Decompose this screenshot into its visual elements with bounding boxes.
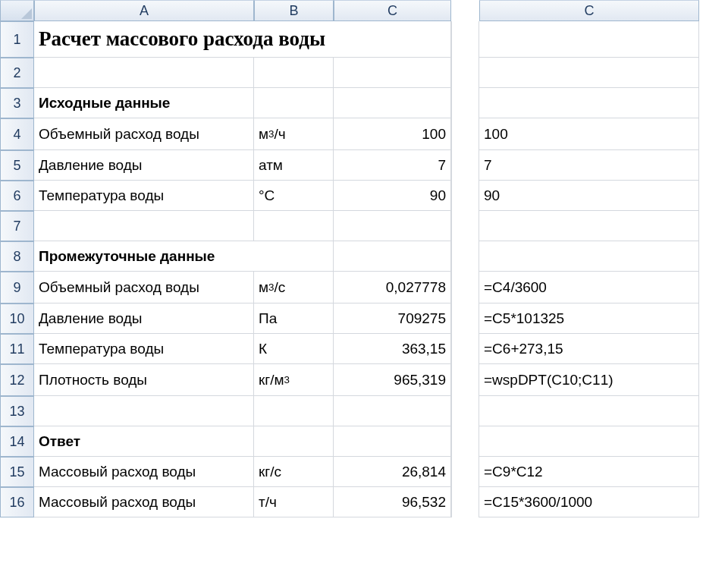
cell-c2-5[interactable]: 7 [479, 150, 699, 181]
col-header-c[interactable]: C [334, 0, 451, 21]
row-header-13[interactable]: 13 [0, 396, 34, 426]
row-header-14[interactable]: 14 [0, 426, 34, 457]
cell-c2-16[interactable]: =C15*3600/1000 [479, 487, 699, 517]
cell-b7[interactable] [254, 211, 334, 241]
row-header-11[interactable]: 11 [0, 334, 34, 364]
cell-c7[interactable] [334, 211, 451, 241]
cell-c2-9[interactable]: =C4/3600 [479, 272, 699, 304]
row-header-7[interactable]: 7 [0, 211, 34, 241]
cell-c2-12[interactable]: =wspDPT(C10;C11) [479, 364, 699, 396]
cell-b6[interactable]: °C [254, 181, 334, 211]
cell-a1-title[interactable]: Расчет массового расхода воды [34, 21, 451, 58]
col-header-c2[interactable]: C [479, 0, 699, 21]
unit-post: /с [274, 279, 285, 296]
cell-c8[interactable] [334, 241, 451, 272]
unit-post: /ч [274, 126, 285, 143]
cell-a9[interactable]: Объемный расход воды [34, 272, 254, 304]
cell-b3[interactable] [254, 88, 334, 118]
cell-c14[interactable] [334, 426, 451, 457]
unit-pre: м [259, 126, 268, 143]
cell-c2-11[interactable]: =C6+273,15 [479, 334, 699, 364]
cell-a8[interactable]: Промежуточные данные [34, 241, 334, 272]
cell-c5[interactable]: 7 [334, 150, 451, 181]
cell-c10[interactable]: 709275 [334, 304, 451, 334]
cell-c13[interactable] [334, 396, 451, 426]
cell-a15[interactable]: Массовый расход воды [34, 457, 254, 487]
cell-c2-13[interactable] [479, 396, 699, 426]
cell-a16[interactable]: Массовый расход воды [34, 487, 254, 517]
cell-c2-10[interactable]: =C5*101325 [479, 304, 699, 334]
cell-c3[interactable] [334, 88, 451, 118]
row-header-2[interactable]: 2 [0, 58, 34, 88]
cell-a12[interactable]: Плотность воды [34, 364, 254, 396]
col-header-b[interactable]: B [254, 0, 334, 21]
cell-c6[interactable]: 90 [334, 181, 451, 211]
cell-b9[interactable]: м3/с [254, 272, 334, 304]
row-header-16[interactable]: 16 [0, 487, 34, 517]
col-header-a[interactable]: A [34, 0, 254, 21]
cell-c2[interactable] [334, 58, 451, 88]
cell-c2-2[interactable] [479, 58, 699, 88]
cell-b11[interactable]: К [254, 334, 334, 364]
cell-a13[interactable] [34, 396, 254, 426]
col-gap [451, 0, 479, 21]
cell-a10[interactable]: Давление воды [34, 304, 254, 334]
row-header-3[interactable]: 3 [0, 88, 34, 118]
cell-c2-1[interactable] [479, 21, 699, 58]
row-header-12[interactable]: 12 [0, 364, 34, 396]
cell-b16[interactable]: т/ч [254, 487, 334, 517]
unit-pre: м [259, 279, 268, 296]
cell-b4[interactable]: м3/ч [254, 118, 334, 150]
cell-c11[interactable]: 363,15 [334, 334, 451, 364]
row-header-8[interactable]: 8 [0, 241, 34, 272]
cell-a3[interactable]: Исходные данные [34, 88, 254, 118]
row-header-1[interactable]: 1 [0, 21, 34, 58]
row-header-9[interactable]: 9 [0, 272, 34, 304]
cell-c9[interactable]: 0,027778 [334, 272, 451, 304]
cell-c15[interactable]: 26,814 [334, 457, 451, 487]
cell-c16[interactable]: 96,532 [334, 487, 451, 517]
unit-pre: кг/м [259, 372, 284, 388]
cell-b2[interactable] [254, 58, 334, 88]
cell-c4[interactable]: 100 [334, 118, 451, 150]
cell-a11[interactable]: Температура воды [34, 334, 254, 364]
row-header-10[interactable]: 10 [0, 304, 34, 334]
cell-c2-8[interactable] [479, 241, 699, 272]
row-header-4[interactable]: 4 [0, 118, 34, 150]
cell-a5[interactable]: Давление воды [34, 150, 254, 181]
cell-c2-14[interactable] [479, 426, 699, 457]
cell-b10[interactable]: Па [254, 304, 334, 334]
select-all-triangle-icon [21, 8, 32, 19]
cell-b15[interactable]: кг/с [254, 457, 334, 487]
cell-c2-6[interactable]: 90 [479, 181, 699, 211]
row-header-6[interactable]: 6 [0, 181, 34, 211]
cell-c2-4[interactable]: 100 [479, 118, 699, 150]
spreadsheet-grid: A B C C 1 Расчет массового расхода воды … [0, 0, 699, 517]
cell-a7[interactable] [34, 211, 254, 241]
cell-c2-7[interactable] [479, 211, 699, 241]
cell-b13[interactable] [254, 396, 334, 426]
cell-c2-15[interactable]: =C9*C12 [479, 457, 699, 487]
cell-b5[interactable]: атм [254, 150, 334, 181]
cell-a4[interactable]: Объемный расход воды [34, 118, 254, 150]
row-header-15[interactable]: 15 [0, 457, 34, 487]
cell-c2-3[interactable] [479, 88, 699, 118]
cell-a6[interactable]: Температура воды [34, 181, 254, 211]
select-all-corner[interactable] [0, 0, 34, 21]
row-header-5[interactable]: 5 [0, 150, 34, 181]
cell-a14[interactable]: Ответ [34, 426, 254, 457]
cell-c12[interactable]: 965,319 [334, 364, 451, 396]
cell-a2[interactable] [34, 58, 254, 88]
cell-b14[interactable] [254, 426, 334, 457]
cell-b12[interactable]: кг/м3 [254, 364, 334, 396]
